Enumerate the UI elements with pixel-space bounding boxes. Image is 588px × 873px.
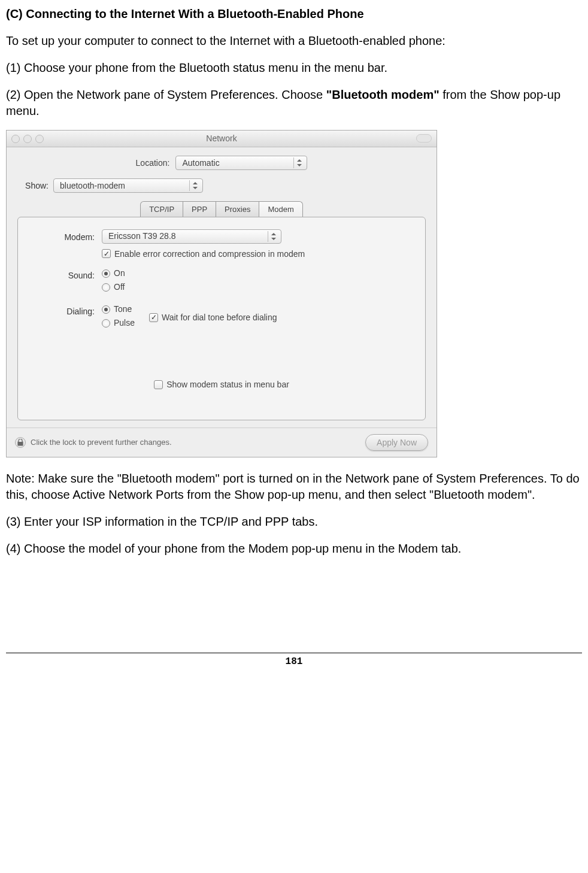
page-footer: 181 [6, 653, 582, 669]
tab-proxies[interactable]: Proxies [216, 201, 259, 217]
enable-error-checkbox[interactable]: ✓ Enable error correction and compressio… [102, 248, 413, 260]
tab-modem[interactable]: Modem [259, 201, 302, 217]
dialing-tone-label: Tone [114, 304, 132, 315]
document-body: (C) Connecting to the Internet With a Bl… [6, 6, 582, 669]
step-1: (1) Choose your phone from the Bluetooth… [6, 60, 582, 76]
section-heading: (C) Connecting to the Internet With a Bl… [6, 6, 582, 22]
chevron-updown-icon [189, 180, 200, 191]
modem-label: Modem: [30, 229, 102, 243]
wait-dial-checkbox[interactable]: ✓ Wait for dial tone before dialing [149, 304, 277, 331]
chevron-updown-icon [293, 157, 304, 168]
tab-bar: TCP/IP PPP Proxies Modem [17, 201, 426, 217]
enable-error-label: Enable error correction and compression … [114, 248, 305, 260]
show-popup[interactable]: bluetooth-modem [53, 178, 203, 193]
checkbox-checked-icon: ✓ [102, 249, 111, 258]
show-status-checkbox[interactable]: Show modem status in menu bar [30, 379, 413, 390]
show-label: Show: [17, 180, 53, 192]
step-2-bold: "Bluetooth modem" [326, 88, 440, 101]
show-status-label: Show modem status in menu bar [166, 379, 289, 390]
location-popup[interactable]: Automatic [175, 156, 307, 170]
apply-now-button[interactable]: Apply Now [365, 434, 428, 451]
radio-icon [102, 283, 110, 292]
radio-selected-icon [102, 269, 110, 278]
step-3: (3) Enter your ISP information in the TC… [6, 514, 582, 530]
window-titlebar: Network [7, 131, 437, 147]
location-value: Automatic [182, 157, 219, 169]
sound-on-label: On [114, 268, 125, 279]
svg-rect-0 [18, 442, 23, 445]
checkbox-checked-icon: ✓ [149, 313, 158, 322]
chevron-updown-icon [268, 231, 278, 242]
sound-on-radio[interactable]: On [102, 268, 413, 279]
dialing-tone-radio[interactable]: Tone [102, 304, 135, 315]
page-number: 181 [286, 656, 303, 667]
toolbar-toggle-button[interactable] [416, 134, 432, 143]
show-value: bluetooth-modem [60, 180, 125, 192]
checkbox-unchecked-icon [154, 380, 163, 389]
modem-value: Ericsson T39 28.8 [108, 231, 176, 242]
modem-popup[interactable]: Ericsson T39 28.8 [102, 229, 281, 244]
step-2-prefix: (2) Open the Network pane of System Pref… [6, 88, 326, 101]
wait-dial-label: Wait for dial tone before dialing [162, 312, 277, 323]
intro-text: To set up your computer to connect to th… [6, 33, 582, 49]
lock-icon[interactable] [15, 437, 26, 448]
modem-panel: Modem: Ericsson T39 28.8 ✓ Enable error … [17, 217, 426, 420]
radio-icon [102, 319, 110, 328]
window-body: Location: Automatic Show: bluetooth-mode… [7, 147, 437, 428]
network-preferences-screenshot: Network Location: Automatic Show: blueto… [6, 130, 437, 457]
sound-off-label: Off [114, 281, 125, 293]
radio-selected-icon [102, 305, 110, 314]
dialing-pulse-radio[interactable]: Pulse [102, 317, 135, 329]
step-2: (2) Open the Network pane of System Pref… [6, 87, 582, 119]
location-label: Location: [136, 157, 170, 169]
tab-tcpip[interactable]: TCP/IP [140, 201, 183, 217]
sound-off-radio[interactable]: Off [102, 281, 413, 293]
step-4: (4) Choose the model of your phone from … [6, 541, 582, 557]
window-title: Network [7, 133, 437, 144]
lock-text: Click the lock to prevent further change… [31, 437, 172, 448]
window-footer: Click the lock to prevent further change… [7, 428, 437, 457]
dialing-label: Dialing: [30, 304, 102, 317]
note-text: Note: Make sure the "Bluetooth modem" po… [6, 471, 582, 503]
dialing-pulse-label: Pulse [114, 317, 135, 329]
tab-ppp[interactable]: PPP [183, 201, 216, 217]
sound-label: Sound: [30, 268, 102, 281]
